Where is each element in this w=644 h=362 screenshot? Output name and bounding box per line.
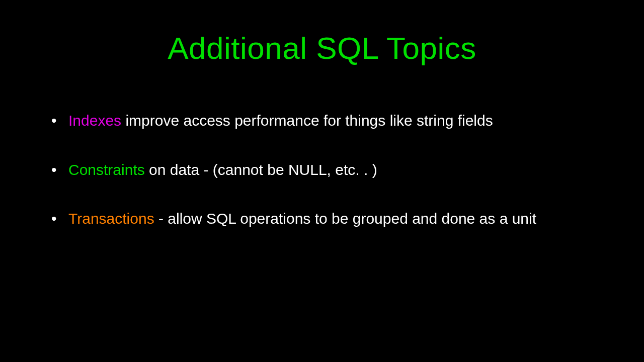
- keyword-indexes: Indexes: [68, 112, 121, 129]
- bullet-text: - allow SQL operations to be grouped and…: [154, 210, 536, 227]
- slide-title: Additional SQL Topics: [45, 30, 599, 66]
- keyword-constraints: Constraints: [68, 161, 145, 178]
- list-item: Transactions - allow SQL operations to b…: [45, 209, 599, 228]
- list-item: Indexes improve access performance for t…: [45, 111, 599, 130]
- slide: Additional SQL Topics Indexes improve ac…: [0, 0, 644, 362]
- list-item: Constraints on data - (cannot be NULL, e…: [45, 160, 599, 179]
- bullet-list: Indexes improve access performance for t…: [45, 111, 599, 228]
- keyword-transactions: Transactions: [68, 210, 154, 227]
- bullet-text: improve access performance for things li…: [121, 112, 493, 129]
- bullet-text: on data - (cannot be NULL, etc. . ): [145, 161, 377, 178]
